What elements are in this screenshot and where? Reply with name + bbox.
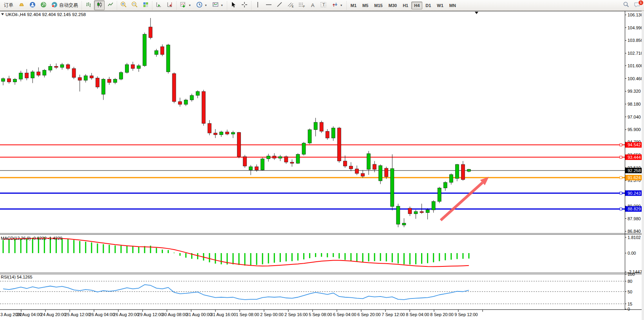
candle-bear <box>255 167 259 170</box>
crosshair-icon <box>241 2 248 9</box>
vertical-line-tool-button[interactable] <box>253 0 263 10</box>
signals-button[interactable] <box>38 0 49 10</box>
candle-bear <box>355 169 359 173</box>
cursor-tool-button[interactable] <box>228 0 239 10</box>
time-label: 2 Sep 00:00 <box>260 312 283 317</box>
period-mn-button[interactable]: MN <box>447 2 459 9</box>
candle-bull <box>19 73 23 79</box>
hline-handle-93.444[interactable] <box>620 156 622 158</box>
price-tick-label: 104.990 <box>628 25 643 30</box>
hline-handle-88.829[interactable] <box>620 208 622 210</box>
candle-bear <box>213 133 217 135</box>
indicators-icon <box>180 2 186 9</box>
period-h4-button[interactable]: H4 <box>411 2 422 9</box>
candle-bear <box>361 173 365 176</box>
period-h1-button[interactable]: H1 <box>400 2 411 9</box>
svg-text:E: E <box>292 5 294 8</box>
period-m1-button[interactable]: M1 <box>348 2 359 9</box>
candle-bull <box>426 210 429 212</box>
tile-windows-button[interactable] <box>140 0 151 10</box>
indicators-button[interactable]: ▼ <box>178 0 194 10</box>
line-chart-button[interactable] <box>105 0 116 10</box>
candlestick-chart-button[interactable] <box>94 0 105 10</box>
template-icon <box>212 2 219 9</box>
clock-icon <box>196 2 203 9</box>
trendline-tool-button[interactable] <box>275 0 285 10</box>
chart-shift-icon <box>167 2 173 9</box>
candle-bear <box>320 122 323 131</box>
metaeditor-button[interactable] <box>16 0 27 10</box>
hline-handle-94.542[interactable] <box>620 144 622 146</box>
zoom-out-button[interactable] <box>129 0 140 10</box>
candle-bear <box>7 79 11 82</box>
rsi-tick-label: 0 <box>628 307 630 311</box>
chart-canvas[interactable]: 1.81020.00-2.1447 1008050150 106.130104.… <box>0 0 644 320</box>
tile-windows-icon <box>143 2 149 9</box>
rsi-tick-label: 50 <box>628 289 632 294</box>
candle-bull <box>219 132 223 135</box>
candle-bear <box>273 156 276 158</box>
candle-bull <box>166 45 170 72</box>
time-label: 31 Aug 00:00 <box>186 312 212 317</box>
auto-scroll-button[interactable] <box>154 0 164 10</box>
time-label: 26 Aug 20:00 <box>114 312 139 317</box>
community-button[interactable] <box>27 0 38 10</box>
time-label: 6 Sep 20:00 <box>357 312 380 317</box>
candle-bear <box>90 76 93 78</box>
text-label-tool-button[interactable]: T <box>318 0 329 10</box>
main-toolbar: 订单 自动交易 <box>0 0 644 11</box>
autotrading-button[interactable]: 自动交易 <box>49 0 80 10</box>
zoom-in-icon <box>120 1 127 9</box>
time-label: 30 Aug 08:00 <box>162 312 188 317</box>
hline-handle-90.243[interactable] <box>620 192 622 194</box>
candle-bear <box>284 156 288 162</box>
fibonacci-tool-button[interactable]: F <box>297 0 307 10</box>
candlestick-chart-icon <box>96 2 103 9</box>
cursor-icon <box>230 2 237 9</box>
price-tick-label: 98.180 <box>628 102 641 106</box>
templates-button[interactable]: ▼ <box>210 0 226 10</box>
period-m30-button[interactable]: M30 <box>386 2 400 9</box>
signals-icon <box>40 2 47 9</box>
horizontal-line-tool-button[interactable] <box>264 0 274 10</box>
crosshair-tool-button[interactable] <box>239 0 250 10</box>
time-label: 8 Sep 04:00 <box>406 312 429 317</box>
dropdown-caret: ▼ <box>221 4 223 7</box>
new-order-button[interactable]: 订单 <box>2 0 16 10</box>
period-m15-button[interactable]: M15 <box>371 2 385 9</box>
candle-bull <box>279 156 282 158</box>
candle-bull <box>125 65 129 72</box>
arrows-tool-button[interactable]: ▼ <box>329 0 345 10</box>
periods-button[interactable]: ▼ <box>194 0 210 10</box>
arrows-tool-icon <box>332 2 338 9</box>
candle-bear <box>343 161 347 166</box>
candle-bear <box>385 168 388 177</box>
candle-bull <box>455 164 459 178</box>
chat-button[interactable]: 1 <box>632 0 642 10</box>
search-button[interactable] <box>621 0 631 10</box>
rsi-tick-label: 80 <box>628 279 632 284</box>
candle-bull <box>331 128 335 138</box>
candle-bear <box>78 77 81 80</box>
candle-bear <box>178 102 182 104</box>
hline-handle-91.624[interactable] <box>620 176 622 179</box>
channel-tool-button[interactable]: E <box>286 0 296 10</box>
time-label: 7 Sep 12:00 <box>382 312 405 317</box>
zoom-in-button[interactable] <box>118 0 129 10</box>
candle-bear <box>131 65 135 68</box>
price-tick-label: 95.900 <box>628 127 641 132</box>
period-d1-button[interactable]: D1 <box>423 2 434 9</box>
candle-bear <box>237 133 241 157</box>
toolbar-separator <box>175 1 177 10</box>
candle-bear <box>37 72 40 76</box>
candle-bear <box>408 208 412 214</box>
price-tick-label: 101.600 <box>628 63 643 68</box>
period-m5-button[interactable]: M5 <box>360 2 371 9</box>
bar-chart-button[interactable] <box>83 0 94 10</box>
candle-bull <box>367 154 371 169</box>
chart-shift-button[interactable] <box>165 0 175 10</box>
text-tool-button[interactable]: A <box>308 0 318 10</box>
period-w1-button[interactable]: W1 <box>434 2 446 9</box>
candle-bull <box>2 79 5 81</box>
svg-text:F: F <box>303 5 305 8</box>
